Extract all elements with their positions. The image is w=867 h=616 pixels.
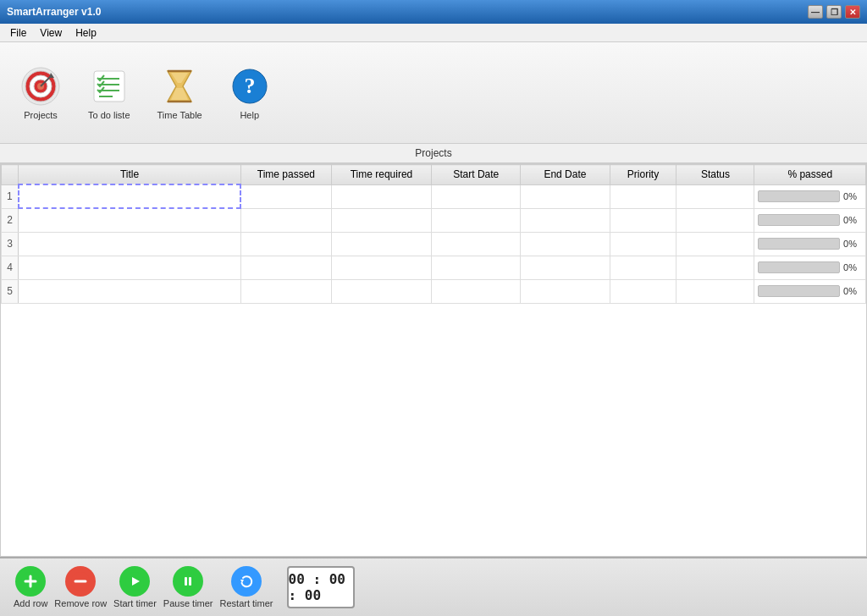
table-row[interactable]: 10% [2, 184, 866, 208]
remove-row-button[interactable]: Remove row [54, 566, 107, 608]
timetable-icon [159, 66, 200, 107]
row-number: 2 [2, 208, 19, 232]
row-end-date[interactable] [521, 232, 610, 256]
todo-label: To do liste [88, 110, 130, 120]
row-time-passed[interactable] [240, 256, 331, 279]
row-time-passed[interactable] [240, 279, 331, 303]
col-priority: Priority [610, 165, 676, 185]
row-time-required[interactable] [331, 232, 431, 256]
menu-file[interactable]: File [3, 25, 33, 41]
restart-timer-label: Restart timer [220, 598, 273, 608]
progress-bar [758, 190, 840, 202]
title-bar-controls: — ❐ ✕ [808, 5, 860, 19]
row-time-required[interactable] [331, 208, 431, 232]
pct-label: 0% [843, 215, 857, 225]
row-time-required[interactable] [331, 256, 431, 279]
timer-display: 00 : 00 : 00 [287, 566, 355, 608]
row-pct-passed: 0% [754, 232, 866, 256]
row-time-passed[interactable] [240, 208, 331, 232]
help-icon: ? [229, 66, 270, 107]
row-title[interactable] [19, 279, 241, 303]
pct-label: 0% [843, 286, 857, 296]
col-status: Status [676, 165, 754, 185]
toolbar-help-button[interactable]: ? Help [223, 63, 277, 124]
row-start-date[interactable] [432, 184, 521, 208]
row-start-date[interactable] [432, 208, 521, 232]
row-priority[interactable] [610, 208, 676, 232]
row-start-date[interactable] [432, 232, 521, 256]
pct-label: 0% [843, 239, 857, 249]
row-priority[interactable] [610, 256, 676, 279]
row-end-date[interactable] [521, 208, 610, 232]
row-title[interactable] [19, 256, 241, 279]
add-row-icon [15, 566, 46, 597]
row-pct-passed: 0% [754, 184, 866, 208]
row-start-date[interactable] [432, 279, 521, 303]
row-time-passed[interactable] [240, 232, 331, 256]
col-num [2, 165, 19, 185]
table-row[interactable]: 40% [2, 256, 866, 279]
row-status[interactable] [676, 232, 754, 256]
projects-table-container[interactable]: Title Time passed Time required Start Da… [0, 163, 867, 557]
table-row[interactable]: 20% [2, 208, 866, 232]
row-number: 4 [2, 256, 19, 279]
add-row-button[interactable]: Add row [14, 566, 47, 608]
row-time-required[interactable] [331, 184, 431, 208]
table-row[interactable]: 50% [2, 279, 866, 303]
menu-help[interactable]: Help [69, 25, 103, 41]
row-pct-passed: 0% [754, 256, 866, 279]
projects-table: Title Time passed Time required Start Da… [1, 164, 866, 304]
row-status[interactable] [676, 184, 754, 208]
row-number: 5 [2, 279, 19, 303]
restart-timer-button[interactable]: Restart timer [220, 566, 273, 608]
remove-row-icon [65, 566, 96, 597]
row-priority[interactable] [610, 232, 676, 256]
menu-bar: File View Help [0, 24, 867, 42]
table-row[interactable]: 30% [2, 232, 866, 256]
progress-bar [758, 285, 840, 297]
row-start-date[interactable] [432, 256, 521, 279]
pct-label: 0% [843, 191, 857, 201]
progress-bar [758, 238, 840, 250]
row-title[interactable] [19, 208, 241, 232]
svg-point-26 [179, 572, 197, 591]
col-start-date: Start Date [432, 165, 521, 185]
row-priority[interactable] [610, 279, 676, 303]
timetable-label: Time Table [157, 110, 202, 120]
pause-timer-label: Pause timer [163, 598, 213, 608]
progress-bar [758, 214, 840, 226]
menu-view[interactable]: View [33, 25, 69, 41]
col-pct-passed: % passed [754, 165, 866, 185]
svg-rect-28 [189, 577, 191, 586]
col-time-required: Time required [331, 165, 431, 185]
todo-icon [89, 66, 130, 107]
restore-button[interactable]: ❐ [826, 5, 842, 19]
row-time-passed[interactable] [240, 184, 331, 208]
row-pct-passed: 0% [754, 279, 866, 303]
start-timer-button[interactable]: Start timer [113, 566, 157, 608]
projects-icon [20, 66, 61, 107]
row-number: 1 [2, 184, 19, 208]
row-title[interactable] [19, 232, 241, 256]
row-pct-passed: 0% [754, 208, 866, 232]
start-timer-icon [119, 566, 150, 597]
row-priority[interactable] [610, 184, 676, 208]
minimize-button[interactable]: — [808, 5, 823, 19]
toolbar-todo-button[interactable]: To do liste [81, 63, 137, 124]
close-button[interactable]: ✕ [845, 5, 860, 19]
pause-timer-button[interactable]: Pause timer [163, 566, 213, 608]
row-end-date[interactable] [521, 184, 610, 208]
toolbar-projects-button[interactable]: Projects [14, 63, 68, 124]
row-end-date[interactable] [521, 256, 610, 279]
toolbar-timetable-button[interactable]: Time Table [151, 63, 209, 124]
projects-label: Projects [24, 110, 58, 120]
col-title: Title [19, 165, 241, 185]
restart-timer-icon [231, 566, 262, 597]
col-time-passed: Time passed [240, 165, 331, 185]
row-title[interactable] [19, 184, 241, 208]
row-end-date[interactable] [521, 279, 610, 303]
row-status[interactable] [676, 279, 754, 303]
row-status[interactable] [676, 208, 754, 232]
row-status[interactable] [676, 256, 754, 279]
row-time-required[interactable] [331, 279, 431, 303]
